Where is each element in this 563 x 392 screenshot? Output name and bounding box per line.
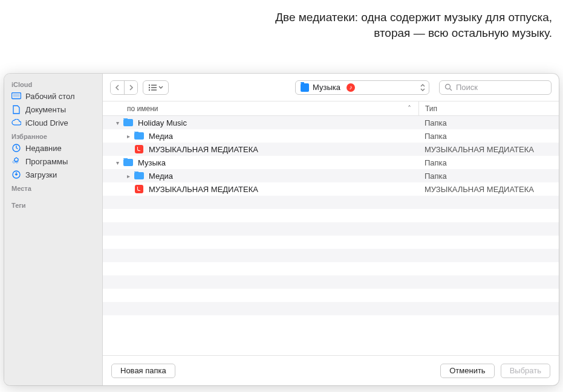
view-options-button[interactable] (143, 80, 169, 95)
file-type: Папка (418, 132, 559, 141)
path-label: Музыка (313, 83, 340, 92)
toolbar: Музыка ♪ (103, 74, 559, 101)
file-type: Папка (418, 118, 559, 127)
sidebar-section-tags: Теги (4, 198, 102, 210)
chevron-updown-icon (420, 84, 425, 91)
annotation-callout: Две медиатеки: одна содержит музыку для … (262, 10, 552, 40)
sidebar-item-downloads[interactable]: Загрузки (4, 168, 102, 181)
folder-icon (134, 172, 144, 180)
sidebar-section-locations: Места (4, 181, 102, 193)
new-folder-button[interactable]: Новая папка (111, 364, 175, 378)
file-row[interactable]: МУЗЫКАЛЬНАЯ МЕДИАТЕКАМУЗЫКАЛЬНАЯ МЕДИАТЕ… (103, 182, 559, 196)
sidebar-item-applications[interactable]: Программы (4, 155, 102, 168)
nav-forward-button[interactable] (124, 81, 137, 94)
list-view-icon (148, 84, 157, 91)
cloud-icon (11, 118, 21, 127)
path-popup[interactable]: Музыка ♪ (295, 80, 429, 95)
file-row[interactable]: МУЗЫКАЛЬНАЯ МЕДИАТЕКАМУЗЫКАЛЬНАЯ МЕДИАТЕ… (103, 143, 559, 156)
file-row[interactable]: ▾МузыкаПапка (103, 156, 559, 169)
file-name: Медиа (149, 132, 173, 141)
svg-point-8 (149, 89, 150, 90)
sidebar-item-label: Программы (25, 157, 68, 166)
svg-point-6 (149, 86, 150, 88)
file-name: Медиа (149, 172, 173, 181)
sidebar-item-label: iCloud Drive (25, 118, 68, 127)
sidebar-item-recents[interactable]: Недавние (4, 141, 102, 155)
music-badge-icon: ♪ (347, 83, 355, 92)
column-name[interactable]: по имени (103, 104, 408, 113)
music-library-icon (134, 145, 144, 153)
file-list[interactable]: ▾Holiday MusicПапка▸МедиаПапкаМУЗЫКАЛЬНА… (103, 116, 559, 355)
empty-row (103, 315, 559, 329)
choose-button[interactable]: Выбрать (501, 364, 550, 378)
search-icon (444, 83, 452, 91)
disclosure-triangle[interactable]: ▾ (114, 159, 121, 166)
cancel-button[interactable]: Отменить (440, 364, 494, 378)
bottom-bar: Новая папка Отменить Выбрать (103, 355, 559, 385)
svg-point-10 (446, 85, 451, 89)
file-name: Holiday Music (138, 118, 187, 127)
disclosure-triangle[interactable]: ▸ (125, 173, 132, 179)
document-icon (11, 104, 21, 114)
column-type[interactable]: Тип (418, 101, 559, 115)
sidebar-item-label: Рабочий стол (25, 92, 75, 101)
empty-row (103, 209, 559, 222)
empty-row (103, 275, 559, 289)
folder-icon (134, 132, 144, 140)
sidebar-item-desktop[interactable]: Рабочий стол (4, 89, 102, 103)
svg-rect-9 (151, 89, 157, 91)
disclosure-triangle[interactable]: ▾ (114, 120, 121, 126)
empty-row (103, 249, 559, 262)
file-name: МУЗЫКАЛЬНАЯ МЕДИАТЕКА (149, 185, 258, 194)
file-type: МУЗЫКАЛЬНАЯ МЕДИАТЕКА (418, 185, 559, 194)
svg-rect-5 (151, 85, 157, 86)
file-name: Музыка (138, 158, 166, 167)
chevron-down-icon (158, 86, 163, 89)
empty-row (103, 302, 559, 315)
open-dialog-window: iCloud Рабочий стол Документы iCloud Dri… (4, 74, 559, 385)
clock-icon (11, 143, 21, 153)
search-input[interactable] (456, 83, 546, 92)
sidebar-item-label: Недавние (25, 144, 62, 153)
music-library-icon (134, 185, 144, 193)
sort-ascending-icon: ˄ (408, 104, 418, 113)
svg-point-4 (149, 84, 150, 85)
apps-icon (11, 156, 21, 166)
folder-icon (123, 118, 133, 127)
disclosure-triangle[interactable]: ▸ (125, 133, 132, 140)
sidebar-item-label: Документы (25, 105, 66, 114)
list-header: по имени ˄ Тип (103, 101, 559, 116)
empty-row (103, 289, 559, 302)
sidebar: iCloud Рабочий стол Документы iCloud Dri… (4, 74, 103, 385)
file-type: МУЗЫКАЛЬНАЯ МЕДИАТЕКА (418, 145, 559, 154)
sidebar-item-label: Загрузки (25, 170, 57, 179)
main-panel: Музыка ♪ по имени ˄ Тип ▾Holiday MusicПа… (103, 74, 559, 385)
folder-icon (123, 158, 133, 167)
path-folder-chip: Музыка (301, 83, 340, 92)
file-type: Папка (418, 172, 559, 181)
empty-row (103, 196, 559, 209)
svg-rect-7 (151, 87, 157, 88)
empty-row (103, 236, 559, 249)
svg-line-11 (450, 89, 452, 91)
download-icon (11, 170, 21, 179)
sidebar-section-favorites: Избранное (4, 129, 102, 141)
sidebar-section-icloud: iCloud (4, 77, 102, 89)
content-area: iCloud Рабочий стол Документы iCloud Dri… (4, 74, 559, 385)
file-name: МУЗЫКАЛЬНАЯ МЕДИАТЕКА (149, 145, 258, 154)
sidebar-item-iclouddrive[interactable]: iCloud Drive (4, 116, 102, 129)
file-row[interactable]: ▾Holiday MusicПапка (103, 116, 559, 129)
empty-row (103, 222, 559, 236)
nav-back-button[interactable] (111, 81, 124, 94)
desktop-icon (11, 91, 21, 101)
file-type: Папка (418, 158, 559, 167)
nav-buttons (110, 80, 138, 95)
folder-icon (301, 83, 309, 92)
sidebar-item-documents[interactable]: Документы (4, 103, 102, 116)
svg-rect-1 (13, 94, 20, 97)
file-row[interactable]: ▸МедиаПапка (103, 169, 559, 182)
empty-row (103, 262, 559, 275)
file-row[interactable]: ▸МедиаПапка (103, 129, 559, 143)
search-box[interactable] (439, 80, 552, 95)
